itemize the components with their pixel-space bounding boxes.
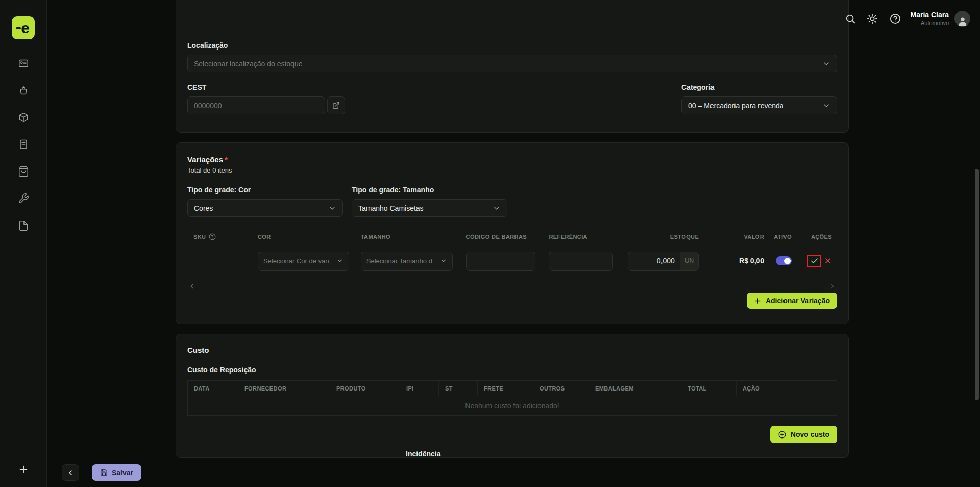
localizacao-placeholder: Selecionar localização do estoque [194,60,302,68]
chevron-right-icon [829,283,836,290]
x-icon [824,257,832,265]
sidebar-item-dashboard[interactable] [18,58,29,69]
variation-row: Selecionar Cor de vari Selecionar Tamanh… [187,245,837,277]
cell-referencia [543,252,623,271]
sidebar-item-sales[interactable] [18,166,29,177]
estoque-value: 0,000 [628,257,680,265]
header-embalagem: EMBALAGEM [589,381,681,396]
header-total: TOTAL [681,381,737,396]
logo-bar [16,27,21,29]
variation-tamanho-placeholder: Selecionar Tamanho d [366,257,432,265]
codigo-barras-input[interactable] [466,252,535,271]
cest-group: CEST [187,83,345,114]
estoque-input[interactable]: 0,000 UN [628,252,699,271]
cest-lookup-button[interactable] [327,96,345,114]
scroll-right-button[interactable] [829,283,836,290]
user-menu[interactable]: Maria Clara Automotivo [911,11,970,27]
grade-tamanho-select[interactable]: Tamanho Camisetas [352,199,507,217]
sidebar-item-products[interactable] [18,112,29,123]
chevron-down-icon [822,60,830,68]
cost-table: DATA FORNECEDOR PRODUTO IPI ST FRETE OUT… [187,380,837,416]
variation-tamanho-select[interactable]: Selecionar Tamanho d [361,252,453,271]
confirm-variation-button[interactable] [810,257,819,265]
variation-cor-select[interactable]: Selecionar Cor de vari [258,252,349,271]
scrollbar-thumb[interactable] [975,169,979,400]
save-label: Salvar [112,469,133,477]
grade-cor-select[interactable]: Cores [187,199,343,217]
grade-cor-label: Tipo de grade: Cor [187,186,343,194]
theme-toggle-button[interactable] [867,13,878,25]
chevron-down-icon [440,257,447,264]
cest-input[interactable] [187,96,325,114]
sidebar-item-tools[interactable] [18,193,29,204]
grade-cor-group: Tipo de grade: Cor Cores [187,186,343,217]
cell-estoque: 0,000 UN [623,252,710,271]
new-cost-button[interactable]: Novo custo [770,426,837,443]
receipt-icon [18,139,29,150]
cost-subtitle: Custo de Reposição [187,366,837,374]
variation-cor-placeholder: Selecionar Cor de vari [263,257,329,265]
avatar[interactable] [954,11,970,27]
header-tamanho: TAMANHO [355,234,460,240]
chevron-down-icon [328,204,336,212]
basket-icon [18,85,29,96]
grade-selectors-row: Tipo de grade: Cor Cores Tipo de grade: … [187,186,837,217]
scroll-left-button[interactable] [188,283,195,290]
product-details-card: Localização Selecionar localização do es… [176,0,849,133]
cell-ativo [766,256,795,265]
localizacao-select[interactable]: Selecionar localização do estoque [187,55,837,72]
search-icon [845,13,856,25]
variations-table: SKU COR TAMANHO CÓDIGO DE BARRAS REFERÊN… [187,229,837,277]
sidebar-item-reports[interactable] [18,220,29,231]
grade-tamanho-label: Tipo de grade: Tamanho [352,186,507,194]
dashboard-icon [18,58,29,69]
person-icon [957,15,968,27]
grade-tamanho-value: Tamanho Camisetas [358,204,424,212]
sidebar: e [0,0,47,487]
check-icon [810,257,819,265]
cost-title: Custo [187,346,837,354]
header-produto: PRODUTO [330,381,400,396]
header-data: DATA [188,381,238,396]
cest-label: CEST [187,83,345,91]
wrench-icon [18,193,29,204]
add-variation-button[interactable]: Adicionar Variação [747,293,837,309]
back-button[interactable] [62,464,79,481]
categoria-value: 00 – Mercadoria para revenda [688,102,784,110]
app-logo[interactable]: e [12,16,35,39]
sidebar-item-orders[interactable] [18,85,29,96]
sku-help-icon[interactable] [209,233,216,240]
header-acao: AÇÃO [737,381,837,396]
sidebar-add-button[interactable] [18,464,29,475]
plus-icon [754,297,762,305]
localizacao-label: Localização [187,41,837,50]
header-sku: SKU [187,233,252,240]
variations-title: Variações* [187,155,837,164]
cell-codigo-barras [460,252,543,271]
footer-actions: Salvar [62,464,141,481]
ativo-toggle[interactable] [776,256,792,265]
cest-categoria-row: CEST Categoria 00 – Mercadoria para reve… [187,83,837,114]
chevron-left-icon [66,469,75,477]
categoria-label: Categoria [681,83,837,91]
valor-value: R$ 0,00 [739,257,764,265]
variations-card: Variações* Total de 0 itens Tipo de grad… [176,142,849,324]
topbar: Maria Clara Automotivo [845,11,970,27]
file-icon [18,220,29,231]
categoria-select[interactable]: 00 – Mercadoria para revenda [681,96,837,114]
remove-variation-button[interactable] [824,257,832,265]
help-button[interactable] [890,13,901,25]
save-button[interactable]: Salvar [92,464,141,481]
cell-tamanho: Selecionar Tamanho d [355,252,460,271]
app-screen: e [0,0,980,487]
header-ipi: IPI [400,381,439,396]
external-link-icon [332,102,340,109]
sidebar-item-invoices[interactable] [18,139,29,150]
header-outros: OUTROS [533,381,589,396]
grade-cor-value: Cores [194,204,213,212]
cell-cor: Selecionar Cor de vari [252,252,355,271]
search-button[interactable] [845,13,856,25]
referencia-input[interactable] [549,252,613,271]
header-frete: FRETE [478,381,533,396]
header-sku-text: SKU [193,234,206,240]
